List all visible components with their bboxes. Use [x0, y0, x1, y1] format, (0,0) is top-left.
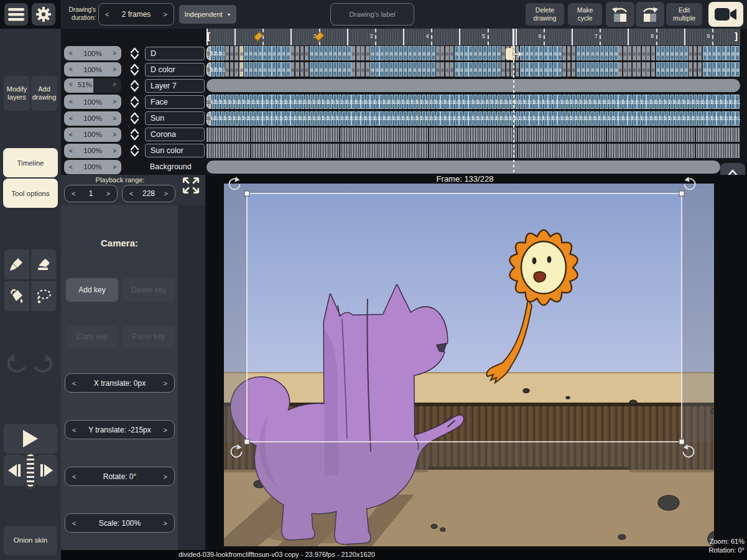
frame-cell[interactable]: a: [370, 62, 374, 77]
frame-cell[interactable]: a: [225, 62, 230, 77]
layer-opacity-stepper[interactable]: <100%>: [64, 46, 121, 60]
frame-cell[interactable]: a: [694, 46, 698, 60]
frame-cell[interactable]: a: [717, 46, 721, 60]
frame-cell[interactable]: a: [427, 62, 431, 77]
frame-cell[interactable]: a: [455, 46, 459, 60]
frame-cell[interactable]: a: [281, 46, 285, 60]
rotate-stepper[interactable]: < Rotate: 0° >: [65, 467, 175, 486]
y-translate-stepper[interactable]: < Y translate: -215px >: [65, 420, 175, 439]
frame-cell[interactable]: a: [544, 62, 548, 77]
frame-cell[interactable]: a: [646, 46, 651, 60]
opacity-increment[interactable]: >: [113, 131, 116, 138]
frame-cell[interactable]: b1: [221, 62, 225, 77]
frame-cell[interactable]: a: [628, 62, 632, 77]
frame-cell[interactable]: a: [366, 46, 370, 60]
frame-cell[interactable]: a: [557, 46, 562, 60]
frame-cell[interactable]: a: [675, 62, 679, 77]
frame-cell[interactable]: a: [379, 46, 384, 60]
layer-name-field[interactable]: Face: [145, 95, 205, 109]
layer-reorder-button[interactable]: [126, 95, 143, 109]
frame-cell[interactable]: a: [605, 62, 609, 77]
frame-cell[interactable]: b1: [735, 95, 740, 109]
frame-cell[interactable]: a: [707, 46, 712, 60]
frame-cell[interactable]: a: [529, 62, 534, 77]
frame-cell[interactable]: a: [431, 62, 435, 77]
frame-cell[interactable]: a: [389, 46, 394, 60]
frame-cell[interactable]: a: [689, 46, 693, 60]
frame-cell[interactable]: a: [314, 46, 318, 60]
frame-cell[interactable]: a: [436, 62, 440, 77]
frame-cell[interactable]: a: [323, 46, 328, 60]
frame-cell[interactable]: a: [295, 46, 300, 60]
frame-cell[interactable]: a: [328, 46, 333, 60]
duration-stepper[interactable]: < 2 frames >: [98, 3, 174, 26]
frame-cell[interactable]: a: [694, 62, 698, 77]
frame-cell[interactable]: a: [445, 62, 450, 77]
frame-cell[interactable]: a: [656, 46, 661, 60]
frame-cell[interactable]: a: [506, 62, 511, 77]
frame-cell[interactable]: a: [375, 46, 379, 60]
frame-cell[interactable]: a: [351, 46, 356, 60]
frame-cell[interactable]: a: [562, 62, 567, 77]
frame-cell[interactable]: a: [239, 62, 244, 77]
frame-cell[interactable]: a: [656, 62, 661, 77]
frame-cell[interactable]: a: [478, 62, 483, 77]
frame-cell[interactable]: a: [459, 46, 463, 60]
frame-cell[interactable]: a: [394, 46, 398, 60]
frame-cell[interactable]: a: [497, 46, 501, 60]
frame-cell[interactable]: a: [384, 62, 389, 77]
frame-cell[interactable]: a: [703, 46, 707, 60]
frame-cell[interactable]: a: [516, 62, 520, 77]
layer-reorder-button[interactable]: [126, 46, 143, 60]
tab-timeline[interactable]: Timeline: [3, 148, 58, 177]
frame-cell[interactable]: b1: [221, 46, 225, 60]
frame-cell[interactable]: a: [464, 46, 468, 60]
playback-end-increment[interactable]: >: [164, 190, 168, 197]
frame-cell[interactable]: a: [239, 46, 244, 60]
frame-cell[interactable]: a: [305, 46, 309, 60]
frame-cell[interactable]: a: [366, 62, 370, 77]
frame-cell[interactable]: a: [427, 46, 431, 60]
frame-cell[interactable]: a: [534, 62, 539, 77]
layer-opacity-stepper[interactable]: <100%>: [64, 62, 121, 77]
frame-cell[interactable]: a: [646, 62, 651, 77]
frame-cell[interactable]: a: [319, 46, 323, 60]
frame-cell[interactable]: a: [408, 46, 412, 60]
frame-cell[interactable]: a: [230, 62, 234, 77]
onion-skin-button[interactable]: Onion skin: [4, 526, 57, 556]
frame-cell[interactable]: a: [623, 46, 628, 60]
frame-cell[interactable]: a: [525, 62, 529, 77]
frame-cell[interactable]: a: [356, 62, 361, 77]
layer-name-field[interactable]: Sun: [145, 111, 205, 125]
frame-cell[interactable]: a: [253, 46, 258, 60]
frame-cell[interactable]: a: [572, 46, 576, 60]
frame-cell[interactable]: a: [249, 62, 253, 77]
frame-cell[interactable]: a: [408, 62, 412, 77]
layer-name-field[interactable]: Layer 7: [145, 79, 205, 93]
timeline-track-d[interactable]: bb1b1b1aaaaaaaaaaaaaaaaaaaaaaaaaaaaaaaaa…: [206, 46, 740, 60]
frame-cell[interactable]: a: [286, 62, 290, 77]
frame-cell[interactable]: a: [520, 62, 524, 77]
frame-cell[interactable]: a: [473, 62, 478, 77]
frame-cell[interactable]: a: [244, 62, 248, 77]
frame-cell[interactable]: a: [595, 46, 600, 60]
frame-cell[interactable]: a: [684, 62, 689, 77]
eraser-tool-button[interactable]: [31, 250, 56, 279]
opacity-increment[interactable]: >: [113, 147, 116, 154]
frame-cell[interactable]: a: [361, 62, 365, 77]
lasso-tool-button[interactable]: [31, 281, 56, 311]
drawing-label-input[interactable]: Drawing's label: [330, 3, 414, 26]
frame-cell[interactable]: a: [225, 46, 230, 60]
frame-cell[interactable]: a: [618, 46, 623, 60]
frame-cell[interactable]: a: [342, 46, 346, 60]
frame-cell[interactable]: a: [412, 46, 417, 60]
frame-cell[interactable]: [738, 144, 740, 158]
frame-cell[interactable]: a: [712, 46, 717, 60]
paste-key-button[interactable]: Paste key: [123, 326, 175, 347]
frame-cell[interactable]: a: [253, 62, 258, 77]
frame-cell[interactable]: a: [623, 62, 628, 77]
x-translate-increment[interactable]: >: [164, 380, 167, 387]
settings-button[interactable]: [32, 3, 55, 26]
cycle-marker-icon[interactable]: [253, 32, 263, 42]
frame-cell[interactable]: a: [525, 46, 529, 60]
